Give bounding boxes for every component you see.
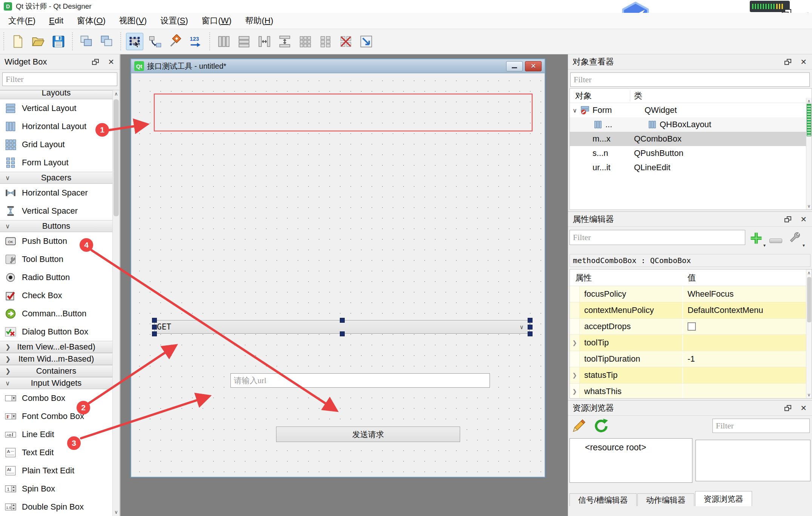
tree-row-form[interactable]: ∨ Form QWidget <box>570 103 812 117</box>
menu-settings[interactable]: 设置(S) <box>153 13 195 29</box>
edit-buddies-icon[interactable] <box>167 33 184 50</box>
widget-grid-layout[interactable]: Grid Layout <box>0 136 112 154</box>
section-layouts[interactable]: Layouts <box>0 90 112 99</box>
selection-handle[interactable] <box>528 331 533 336</box>
layout-form-icon[interactable] <box>317 33 334 50</box>
widget-box-filter-input[interactable] <box>2 72 117 86</box>
toolbar-grip[interactable] <box>119 32 122 51</box>
widget-text-edit[interactable]: AText Edit <box>0 444 112 462</box>
section-buttons[interactable]: ∨Buttons <box>0 220 112 232</box>
menu-file[interactable]: 文件(F) <box>2 13 42 29</box>
selection-handle[interactable] <box>340 331 345 336</box>
edit-resources-button[interactable] <box>571 417 588 434</box>
selection-handle[interactable] <box>152 318 157 323</box>
widget-vertical-spacer[interactable]: Vertical Spacer <box>0 202 112 220</box>
scroll-thumb[interactable] <box>807 277 811 322</box>
float-panel-icon[interactable] <box>784 216 791 222</box>
adjust-size-icon[interactable] <box>358 33 375 50</box>
resource-root-item[interactable]: <resource root> <box>585 442 646 452</box>
close-panel-icon[interactable]: ✕ <box>800 216 807 223</box>
resource-filter-input[interactable] <box>712 419 810 433</box>
widget-horizontal-layout[interactable]: Horizontal Layout <box>0 117 112 136</box>
form-titlebar[interactable]: Qt 接口测试工具 - untitled* ✕ <box>131 59 545 73</box>
object-tree-scrollbar[interactable]: ∧ ∨ <box>806 98 812 209</box>
tab-resource-browser[interactable]: 资源浏览器 <box>695 491 752 506</box>
property-row-contextmenupolicy[interactable]: contextMenuPolicyDefaultContextMenu <box>570 302 812 319</box>
property-filter-input[interactable] <box>569 230 745 245</box>
widget-box-scrollbar[interactable]: ∧ ∨ <box>112 90 120 516</box>
widget-spin-box[interactable]: 1Spin Box <box>0 480 112 498</box>
property-row-focuspolicy[interactable]: focusPolicyWheelFocus <box>570 286 812 302</box>
scroll-down-icon[interactable]: ∨ <box>113 508 120 516</box>
widget-plain-text-edit[interactable]: AIPlain Text Edit <box>0 462 112 480</box>
widget-double-spin-box[interactable]: 1.0Double Spin Box <box>0 498 112 516</box>
menu-help[interactable]: 帮助(H) <box>238 13 280 29</box>
form-front-icon[interactable] <box>98 33 115 50</box>
menu-view[interactable]: 视图(V) <box>112 13 153 29</box>
menu-edit[interactable]: Edit <box>42 13 70 29</box>
scroll-up-icon[interactable]: ∧ <box>113 90 120 98</box>
layout-horizontal-icon[interactable] <box>215 33 232 50</box>
scroll-up-icon[interactable]: ∧ <box>806 99 812 104</box>
section-containers[interactable]: ❯Containers <box>0 365 112 377</box>
layout-splitter-horizontal-icon[interactable] <box>256 33 273 50</box>
toolbar-grip[interactable] <box>71 32 74 51</box>
resource-tree-pane[interactable]: <resource root> <box>569 438 692 483</box>
form-minimize-button[interactable] <box>506 61 523 71</box>
selection-handle[interactable] <box>528 318 533 323</box>
remove-property-button[interactable] <box>767 230 784 246</box>
selection-handle[interactable] <box>152 325 157 330</box>
close-panel-icon[interactable]: ✕ <box>800 404 807 412</box>
scroll-down-icon[interactable]: ∨ <box>806 392 812 397</box>
section-spacers[interactable]: ∨Spacers <box>0 172 112 184</box>
tab-signal-slot-editor[interactable]: 信号/槽编辑器 <box>569 493 637 506</box>
configure-property-editor-button[interactable]: ▾ <box>787 230 804 246</box>
scroll-thumb[interactable] <box>807 104 811 136</box>
edit-signals-slots-icon[interactable] <box>146 33 164 50</box>
widget-horizontal-spacer[interactable]: Horizontal Spacer <box>0 184 112 202</box>
menu-window[interactable]: 窗口(W) <box>195 13 238 29</box>
widget-radio-button[interactable]: Radio Button <box>0 268 112 286</box>
expander-icon[interactable]: ∨ <box>570 107 580 114</box>
toolbar-grip[interactable] <box>2 32 5 51</box>
property-row-tooltipduration[interactable]: toolTipDuration-1 <box>570 351 812 367</box>
property-row-whatsthis[interactable]: ❯whatsThis <box>570 384 812 399</box>
save-icon[interactable] <box>50 33 67 50</box>
widget-line-edit[interactable]: ABLine Edit <box>0 425 112 444</box>
reload-resources-button[interactable] <box>593 417 610 434</box>
tree-row-combobox[interactable]: m...x QComboBox <box>570 132 812 146</box>
tree-row-lineedit[interactable]: ur...it QLineEdit <box>570 160 812 175</box>
open-file-icon[interactable] <box>29 33 47 50</box>
float-panel-icon[interactable] <box>784 59 791 65</box>
tab-action-editor[interactable]: 动作编辑器 <box>637 493 694 506</box>
combo-dropdown-icon[interactable]: ∨ <box>520 323 523 331</box>
scroll-up-icon[interactable]: ∧ <box>806 270 812 276</box>
property-row-statustip[interactable]: ❯statusTip <box>570 367 812 384</box>
property-row-tooltip[interactable]: ❯toolTip <box>570 335 812 351</box>
selection-handle[interactable] <box>528 325 533 330</box>
widget-dialog-button-box[interactable]: Dialog Button Box <box>0 323 112 341</box>
add-property-button[interactable]: ▾ <box>748 230 765 246</box>
menu-form[interactable]: 窗体(O) <box>70 13 112 29</box>
scroll-down-icon[interactable]: ∨ <box>806 203 812 209</box>
edit-tab-order-icon[interactable]: 123 <box>187 33 204 50</box>
float-panel-icon[interactable] <box>92 59 99 65</box>
send-request-button[interactable]: 发送请求 <box>276 427 460 442</box>
selection-handle[interactable] <box>152 331 157 336</box>
widget-push-button[interactable]: OKPush Button <box>0 232 112 250</box>
new-file-icon[interactable] <box>9 33 26 50</box>
layout-grid-icon[interactable] <box>296 33 314 50</box>
widget-combo-box[interactable]: Combo Box <box>0 389 112 407</box>
form-canvas[interactable]: GET ∨ 发送请求 <box>131 73 545 477</box>
widget-form-layout[interactable]: Form Layout <box>0 154 112 172</box>
resource-content-pane[interactable] <box>695 440 810 481</box>
selection-handle[interactable] <box>340 318 345 323</box>
form-close-button[interactable]: ✕ <box>525 61 542 71</box>
tree-row-pushbutton[interactable]: s...n QPushButton <box>570 146 812 160</box>
toolbar-grip[interactable] <box>208 32 211 51</box>
widget-vertical-layout[interactable]: Vertical Layout <box>0 99 112 117</box>
section-input-widgets[interactable]: ∨Input Widgets <box>0 377 112 389</box>
section-item-views[interactable]: ❯Item View...el-Based) <box>0 341 112 353</box>
close-panel-icon[interactable]: ✕ <box>800 58 807 66</box>
property-table-scrollbar[interactable]: ∧ ∨ <box>806 270 812 398</box>
